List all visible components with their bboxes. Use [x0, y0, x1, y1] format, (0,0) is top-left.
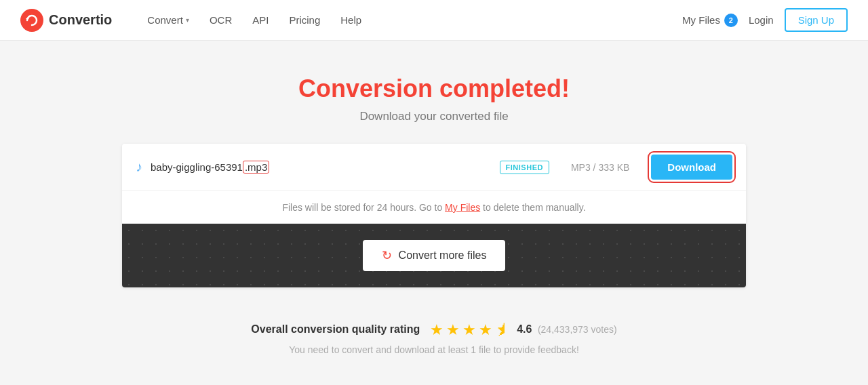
- nav-pricing[interactable]: Pricing: [281, 9, 328, 31]
- refresh-icon: ↻: [382, 248, 392, 263]
- logo-text: Convertio: [49, 12, 112, 28]
- star-4: ★: [479, 321, 492, 339]
- chevron-down-icon: ▾: [186, 16, 189, 24]
- nav-help[interactable]: Help: [332, 9, 370, 31]
- file-name: baby-giggling-65391.mp3: [151, 161, 492, 173]
- my-files-button[interactable]: My Files 2: [682, 14, 738, 27]
- music-icon: ♪: [136, 159, 142, 175]
- star-half: ⯨: [495, 321, 510, 339]
- nav-api[interactable]: API: [244, 9, 277, 31]
- nav-convert[interactable]: Convert ▾: [139, 9, 197, 31]
- nav-ocr[interactable]: OCR: [201, 9, 240, 31]
- header: Convertio Convert ▾ OCR API Pricing Help…: [0, 0, 868, 41]
- my-files-badge: 2: [724, 14, 738, 27]
- logo-icon: [20, 9, 43, 32]
- convert-more-section: ↻ Convert more files: [122, 224, 746, 287]
- file-info: MP3 / 333 KB: [571, 162, 629, 173]
- file-row: ♪ baby-giggling-65391.mp3 FINISHED MP3 /…: [122, 144, 746, 191]
- nav: Convert ▾ OCR API Pricing Help: [139, 9, 682, 31]
- file-extension: .mp3: [243, 161, 269, 174]
- rating-description: You need to convert and download at leas…: [122, 344, 746, 355]
- rating-votes: (24,433,973 votes): [538, 324, 617, 335]
- convert-more-button[interactable]: ↻ Convert more files: [363, 240, 506, 271]
- stars: ★ ★ ★ ★ ⯨: [430, 321, 510, 339]
- signup-button[interactable]: Sign Up: [785, 8, 848, 32]
- header-right: My Files 2 Login Sign Up: [682, 8, 848, 32]
- my-files-link[interactable]: My Files: [445, 202, 480, 213]
- star-2: ★: [446, 321, 460, 339]
- conversion-subtitle: Download your converted file: [122, 110, 746, 123]
- rating-label: Overall conversion quality rating: [251, 323, 420, 336]
- star-3: ★: [462, 321, 476, 339]
- svg-point-0: [20, 9, 43, 32]
- download-button[interactable]: Download: [651, 155, 732, 180]
- file-card: ♪ baby-giggling-65391.mp3 FINISHED MP3 /…: [122, 144, 746, 287]
- rating-section: Overall conversion quality rating ★ ★ ★ …: [122, 321, 746, 355]
- rating-score: 4.6: [517, 323, 532, 335]
- storage-notice: Files will be stored for 24 hours. Go to…: [122, 191, 746, 224]
- star-1: ★: [430, 321, 443, 339]
- login-button[interactable]: Login: [749, 14, 774, 26]
- status-badge: FINISHED: [500, 161, 549, 174]
- main-content: Conversion completed! Download your conv…: [108, 41, 760, 382]
- rating-row: Overall conversion quality rating ★ ★ ★ …: [122, 321, 746, 339]
- logo[interactable]: Convertio: [20, 9, 112, 32]
- conversion-title: Conversion completed!: [122, 75, 746, 103]
